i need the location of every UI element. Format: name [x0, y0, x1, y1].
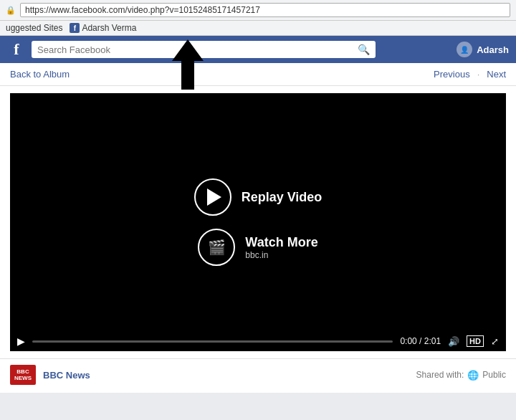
watch-more-label: Watch More [245, 235, 317, 250]
watch-more-button[interactable]: 🎬 Watch More bbc.in [198, 229, 317, 266]
video-overlay: Replay Video 🎬 Watch More bbc.in [194, 178, 322, 266]
nav-right: Previous · Next [434, 69, 506, 80]
search-bar[interactable]: 🔍 [32, 41, 376, 58]
video-container[interactable]: Replay Video 🎬 Watch More bbc.in ▶ [10, 93, 506, 351]
visibility-label: Public [482, 370, 506, 380]
replay-label: Replay Video [242, 190, 322, 205]
progress-bar[interactable] [32, 340, 393, 343]
play-triangle-icon [207, 188, 221, 206]
arrow-annotation [172, 39, 204, 90]
bookmark-adarsh[interactable]: f Adarsh Verma [70, 23, 136, 33]
post-info: BBC NEWS BBC News Shared with: 🌐 Public [0, 358, 516, 391]
page-wrapper: 🔒 https://www.facebook.com/video.php?v=1… [0, 0, 516, 393]
time-total: 2:01 [424, 336, 441, 346]
fb-favicon: f [70, 23, 80, 33]
browser-bar: 🔒 https://www.facebook.com/video.php?v=1… [0, 0, 516, 21]
bbc-logo: BBC NEWS [10, 365, 36, 385]
arrow-shaft [181, 61, 194, 90]
time-display: 0:00 / 2:01 [400, 336, 441, 346]
nav-separator: · [477, 69, 480, 80]
replay-button[interactable]: Replay Video [194, 178, 322, 216]
back-to-album-link[interactable]: Back to Album [10, 69, 70, 80]
facebook-header: f 🔍 👤 Adarsh [0, 36, 516, 63]
replay-icon [194, 178, 231, 216]
watch-more-subtitle: bbc.in [245, 250, 317, 260]
shared-label: Shared with: [416, 370, 464, 380]
fullscreen-icon[interactable]: ⤢ [491, 336, 499, 347]
bbc-logo-line1: BBC [16, 368, 29, 375]
hd-badge[interactable]: HD [467, 335, 484, 347]
arrow-up [172, 39, 204, 61]
username: Adarsh [477, 44, 509, 55]
replay-text: Replay Video [242, 190, 322, 205]
bookmark-adarsh-label: Adarsh Verma [82, 23, 136, 33]
avatar: 👤 [457, 42, 472, 57]
next-link[interactable]: Next [487, 69, 506, 80]
camera-icon: 🎬 [208, 239, 226, 256]
fb-logo: f [7, 40, 26, 59]
previous-link[interactable]: Previous [434, 69, 470, 80]
bbc-logo-line2: NEWS [14, 375, 32, 381]
time-current: 0:00 [400, 336, 416, 346]
globe-icon: 🌐 [467, 370, 479, 381]
bookmarks-bar: uggested Sites f Adarsh Verma [0, 21, 516, 36]
user-section: 👤 Adarsh [457, 42, 509, 57]
bookmark-suggested: uggested Sites [6, 23, 62, 33]
lock-icon: 🔒 [6, 6, 16, 15]
page-content: Back to Album Previous · Next Replay Vid… [0, 63, 516, 393]
shared-with: Shared with: 🌐 Public [416, 370, 506, 381]
video-controls: ▶ 0:00 / 2:01 🔊 HD ⤢ [10, 331, 506, 351]
search-icon: 🔍 [358, 44, 370, 55]
url-bar[interactable]: https://www.facebook.com/video.php?v=101… [20, 3, 510, 17]
play-button[interactable]: ▶ [17, 335, 25, 347]
source-name[interactable]: BBC News [43, 370, 90, 381]
watch-more-text: Watch More bbc.in [245, 235, 317, 260]
watch-more-icon: 🎬 [198, 229, 235, 266]
nav-links: Back to Album Previous · Next [0, 63, 516, 86]
volume-icon[interactable]: 🔊 [448, 336, 459, 347]
